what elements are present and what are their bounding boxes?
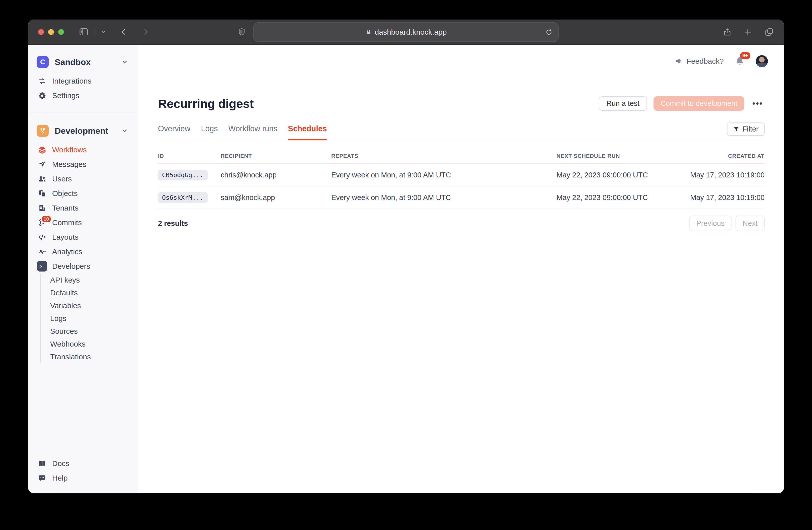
browser-titlebar: dashboard.knock.app xyxy=(28,19,784,45)
filter-button[interactable]: Filter xyxy=(727,123,765,136)
commits-count-badge: 10 xyxy=(41,215,52,223)
column-header-repeats: REPEATS xyxy=(331,153,556,159)
sidebar-item-integrations[interactable]: Integrations xyxy=(28,74,137,88)
sidebar-item-layouts[interactable]: Layouts xyxy=(28,230,137,245)
share-icon[interactable] xyxy=(723,27,732,38)
sidebar-item-tenants[interactable]: Tenants xyxy=(28,201,137,215)
tab-bar: Overview Logs Workflow runs Schedules Fi… xyxy=(158,117,765,140)
notifications-button[interactable]: 9+ xyxy=(735,56,745,67)
column-header-created-at: CREATED AT xyxy=(686,153,765,159)
table-row[interactable]: Os6skXrM... sam@knock.app Every week on … xyxy=(158,186,765,209)
environment-switcher[interactable]: Development xyxy=(28,123,137,139)
results-count: 2 results xyxy=(158,219,690,228)
sidebar-item-users[interactable]: Users xyxy=(28,172,137,186)
notification-count-badge: 9+ xyxy=(740,52,750,59)
toolbar-divider xyxy=(95,26,95,37)
commit-to-development-button[interactable]: Commit to development xyxy=(653,96,744,111)
sidebar-subitem-defaults[interactable]: Defaults xyxy=(41,286,137,299)
sidebar-subitem-api-keys[interactable]: API keys xyxy=(41,274,137,286)
recipient-cell: chris@knock.app xyxy=(221,171,331,179)
terminal-icon: >_ xyxy=(37,261,47,271)
table-header: ID RECIPIENT REPEATS NEXT SCHEDULE RUN C… xyxy=(158,149,765,164)
sidebar-subitem-sources[interactable]: Sources xyxy=(41,325,137,337)
chevron-down-icon[interactable] xyxy=(100,29,106,35)
schedule-id-chip[interactable]: CB5odqGg... xyxy=(158,170,208,180)
user-avatar[interactable] xyxy=(756,55,768,67)
privacy-shield-icon[interactable] xyxy=(237,27,246,37)
column-header-id: ID xyxy=(158,153,221,159)
sidebar-subitem-variables[interactable]: Variables xyxy=(41,299,137,312)
chevron-down-icon xyxy=(121,127,128,135)
tab-schedules[interactable]: Schedules xyxy=(288,124,327,140)
next-run-cell: May 22, 2023 09:00:00 UTC xyxy=(556,171,686,179)
chevron-down-icon xyxy=(121,58,128,66)
back-icon[interactable] xyxy=(120,27,128,37)
paper-plane-icon xyxy=(37,161,47,168)
page-title: Recurring digest xyxy=(158,97,599,111)
environment-badge xyxy=(37,125,49,137)
more-options-button[interactable]: ••• xyxy=(751,99,765,108)
new-tab-icon[interactable] xyxy=(743,27,753,37)
sidebar: C Sandbox Integrations Settings xyxy=(28,45,137,493)
gear-icon xyxy=(37,92,47,100)
book-icon xyxy=(37,460,47,468)
sidebar-item-workflows[interactable]: Workflows xyxy=(28,142,137,157)
run-a-test-button[interactable]: Run a test xyxy=(599,96,647,111)
table-row[interactable]: CB5odqGg... chris@knock.app Every week o… xyxy=(158,164,765,186)
url-bar[interactable]: dashboard.knock.app xyxy=(253,22,559,42)
sidebar-toggle-icon[interactable] xyxy=(78,27,89,37)
code-icon xyxy=(37,233,47,241)
sidebar-item-settings[interactable]: Settings xyxy=(28,88,137,103)
sidebar-subitem-logs[interactable]: Logs xyxy=(41,312,137,325)
column-header-next-schedule-run: NEXT SCHEDULE RUN xyxy=(556,153,686,159)
tab-overview[interactable]: Overview xyxy=(158,124,190,140)
documents-icon xyxy=(37,190,47,197)
feedback-label: Feedback? xyxy=(686,57,724,66)
sidebar-divider xyxy=(28,112,137,112)
sidebar-item-help[interactable]: Help xyxy=(28,471,137,485)
layers-icon xyxy=(37,145,47,154)
chat-bubble-icon xyxy=(37,474,47,482)
next-run-cell: May 22, 2023 09:00:00 UTC xyxy=(556,194,686,202)
schedule-id-chip[interactable]: Os6skXrM... xyxy=(158,192,208,203)
repeats-cell: Every week on Mon, at 9:00 AM UTC xyxy=(331,171,556,179)
tab-workflow-runs[interactable]: Workflow runs xyxy=(228,124,277,140)
sidebar-subitem-webhooks[interactable]: Webhooks xyxy=(41,337,137,350)
forward-icon[interactable] xyxy=(142,27,150,37)
git-branch-icon: 10 xyxy=(37,219,47,227)
tab-logs[interactable]: Logs xyxy=(201,124,218,140)
close-window-button[interactable] xyxy=(38,29,44,35)
reload-icon[interactable] xyxy=(545,28,553,36)
integrations-icon xyxy=(37,77,47,85)
sidebar-item-developers[interactable]: >_ Developers xyxy=(28,259,137,274)
recipient-cell: sam@knock.app xyxy=(221,194,331,202)
environment-name: Development xyxy=(55,126,121,136)
created-at-cell: May 17, 2023 10:19:00 xyxy=(686,171,765,179)
pulse-icon xyxy=(37,248,47,256)
sidebar-item-objects[interactable]: Objects xyxy=(28,186,137,201)
users-icon xyxy=(37,175,47,183)
previous-page-button[interactable]: Previous xyxy=(690,215,732,231)
lock-icon xyxy=(365,28,372,36)
building-icon xyxy=(37,204,47,212)
tab-overview-icon[interactable] xyxy=(764,27,774,37)
repeats-cell: Every week on Mon, at 9:00 AM UTC xyxy=(331,194,556,202)
account-name: Sandbox xyxy=(55,57,121,67)
funnel-icon xyxy=(733,126,740,132)
app-topbar: Feedback? 9+ xyxy=(137,45,784,78)
megaphone-icon xyxy=(675,57,683,65)
minimize-window-button[interactable] xyxy=(48,29,54,35)
sidebar-item-commits[interactable]: 10 Commits xyxy=(28,215,137,230)
feedback-button[interactable]: Feedback? xyxy=(675,57,724,66)
created-at-cell: May 17, 2023 10:19:00 xyxy=(686,194,765,202)
sidebar-item-messages[interactable]: Messages xyxy=(28,157,137,172)
zoom-window-button[interactable] xyxy=(58,29,64,35)
sidebar-item-analytics[interactable]: Analytics xyxy=(28,245,137,259)
traffic-lights xyxy=(38,29,64,35)
sidebar-item-docs[interactable]: Docs xyxy=(28,456,137,471)
next-page-button[interactable]: Next xyxy=(736,215,765,231)
sidebar-subitem-translations[interactable]: Translations xyxy=(41,350,137,363)
column-header-recipient: RECIPIENT xyxy=(221,153,331,159)
url-text: dashboard.knock.app xyxy=(375,28,447,37)
account-switcher[interactable]: C Sandbox xyxy=(28,54,137,70)
